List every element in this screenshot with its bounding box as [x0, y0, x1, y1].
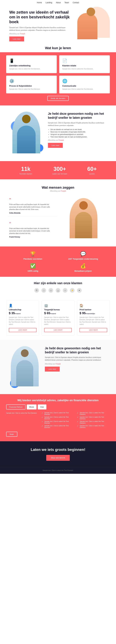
- learn-text-1: Sample text. Click to select the Text El…: [62, 68, 107, 70]
- check-icon-1: ✓: [42, 416, 43, 418]
- services-tab-0[interactable]: Financieel Beheer: [6, 404, 26, 410]
- grow2-button[interactable]: Lees meer: [45, 366, 60, 372]
- grow-bullet-3: Trek meer klanten aan en laat uw bedrijf…: [50, 136, 107, 138]
- pricing-name-1: Toegewijd bureau: [44, 309, 72, 311]
- pricing-name-2: Privé kantoor: [80, 309, 107, 311]
- grow2-heading: Je hebt deze gewoonten nodig om het bedr…: [45, 346, 107, 354]
- service-item-text-4: Sample text. Click to select the Text El…: [80, 412, 110, 415]
- features-section: 🏆 Flexibele voordelen 💬 24/7 Toegewijde …: [0, 246, 116, 277]
- client-logo-0: ©: [34, 288, 39, 293]
- feature-icon-0: 🏆: [30, 251, 36, 256]
- hero-caption: Afbeelding van Freepik: [9, 33, 71, 35]
- feature-0: 🏆 Flexibele voordelen: [9, 251, 56, 260]
- feature-title-1: 24/7 Toegewijde ondersteuning: [68, 258, 98, 260]
- learn-text-0: Sample text. Click to select the Text El…: [9, 68, 54, 70]
- stat-label-2: Landen: [87, 173, 97, 175]
- stat-number-2: 60+: [87, 166, 97, 172]
- cta-button[interactable]: Stuur een bericht: [46, 455, 70, 461]
- pricing-card-1: 🏢 Toegewijd bureau $ 65/maand Sample tex…: [42, 300, 74, 335]
- learn-text-3: Sample text. Click to select the Text El…: [62, 88, 107, 90]
- client-logo-1: □: [42, 288, 46, 293]
- footer: Sample text. Click to select the Text El…: [0, 467, 116, 474]
- testimonials-caption: Afbeelding van Freepik: [8, 190, 108, 192]
- pricing-desc-2: Sample text. Click to select the Text El…: [80, 316, 107, 326]
- service-item-7: ✓ Sample text. Click to select the Text …: [77, 425, 110, 428]
- learn-section: Wat kun je leren 📱 Zakelijke ontwikkelin…: [0, 42, 116, 106]
- pricing-card-0: 👤 Lidmaatschap $ 35/maand Sample text. C…: [6, 300, 39, 335]
- feature-title-2: 100% veilig: [28, 270, 38, 272]
- client-logo-3: △: [56, 288, 60, 293]
- feature-1: 💬 24/7 Toegewijde ondersteuning: [60, 251, 107, 260]
- learn-title-1: Klanten relatie: [62, 64, 107, 67]
- check-icon-4: ✓: [77, 412, 78, 414]
- nav-landing[interactable]: Landing: [46, 2, 52, 4]
- stat-number-1: 300+: [52, 166, 67, 172]
- testimonial-0: " Proin sed libero enim sed faucibus tur…: [8, 195, 57, 216]
- learn-title-0: Zakelijke ontwikkeling: [9, 64, 54, 67]
- learn-card-1: 📄 Klanten relatie Sample text. Click to …: [59, 55, 110, 73]
- service-item-5: ✓ Sample text. Click to select the Text …: [77, 416, 110, 420]
- service-item-text-6: Sample text. Click to select the Text El…: [80, 420, 110, 424]
- service-item-text-0: Sample text. Click to select the Text El…: [44, 412, 74, 415]
- services-section: Wij bieden wereldwijd advies, zakelijke …: [0, 394, 116, 441]
- service-item-1: ✓ Sample text. Click to select the Text …: [42, 416, 74, 420]
- pricing-price-1: $ 65/maand: [44, 312, 72, 315]
- service-item-text-2: Sample text. Click to select the Text El…: [44, 420, 74, 424]
- nav-team[interactable]: Team: [64, 2, 69, 4]
- service-item-text-7: Sample text. Click to select the Text El…: [80, 425, 110, 428]
- quote-icon-0: ": [9, 198, 56, 202]
- stat-number-0: 11k: [19, 166, 32, 172]
- grow2-section: Je hebt deze gewoonten nodig om het bedr…: [0, 340, 116, 394]
- pricing-desc-0: Sample text. Click to select the Text El…: [9, 316, 36, 326]
- stat-1: 300+ Laden van het team: [52, 166, 67, 175]
- pricing-card-2: 🏠 Privé kantoor $ 95/maandelijks Sample …: [77, 300, 110, 335]
- feature-title-3: Betaalbare prijzen: [74, 270, 92, 272]
- quote-icon-1: ": [9, 222, 56, 226]
- check-icon-5: ✓: [77, 416, 78, 418]
- services-tab-2[interactable]: Visie: [38, 404, 46, 410]
- feature-3: 💰 Betaalbare prijzen: [60, 263, 107, 272]
- hero-cta-button[interactable]: Lees meer: [9, 36, 24, 42]
- check-icon-0: ✓: [42, 412, 43, 414]
- grow-image: [9, 112, 43, 155]
- testimonial-1: " Proin sed libero enim sed faucibus tur…: [8, 219, 57, 240]
- learn-icon-0: 📱: [9, 58, 54, 63]
- check-icon-2: ✓: [42, 420, 43, 423]
- pricing-button-2[interactable]: LEES MEER: [80, 328, 107, 332]
- stat-label-1: Laden van het team: [52, 173, 67, 175]
- nav-home[interactable]: Home: [37, 2, 42, 4]
- grow-bullets: Zet uw ideeën en verhaal om in een boek.…: [50, 128, 107, 138]
- check-icon-3: ✓: [42, 425, 43, 427]
- learn-title-3: Communicatie: [62, 85, 107, 87]
- services-heading: Wij bieden wereldwijd advies, zakelijke …: [6, 399, 110, 402]
- stat-0: 11k Tevreden klanten: [19, 166, 32, 175]
- grow2-body: Sample text. Click to Egestas aliquet fr…: [45, 356, 107, 362]
- testimonial-text-1: Proin sed libero enim sed faucibus turpi…: [9, 227, 56, 235]
- clients-logos: © □ ◇ △ ☆ ⚡ ✦: [9, 288, 107, 293]
- nav-about[interactable]: About: [56, 2, 61, 4]
- learn-icon-1: 📄: [62, 58, 107, 63]
- hero-section: We zetten uw ideeën of verhaal om in een…: [0, 5, 116, 42]
- feature-icon-3: 💰: [80, 263, 86, 268]
- services-button[interactable]: Begin: [6, 432, 17, 437]
- grow2-text: Je hebt deze gewoonten nodig om het bedr…: [45, 346, 107, 372]
- services-tab-1[interactable]: Missie: [27, 404, 36, 410]
- pricing-icon-0: 👤: [9, 304, 36, 308]
- learn-heading: Wat kun je leren: [6, 46, 110, 50]
- grow-button[interactable]: Lees meer: [48, 143, 63, 148]
- hero-heading: We zetten uw ideeën of verhaal om in een…: [9, 10, 71, 24]
- services-col1: Sample text. Click to select the Text El…: [6, 412, 39, 429]
- pricing-price-0: $ 35/maand: [9, 312, 36, 315]
- nav-contact[interactable]: Contact: [73, 2, 79, 4]
- client-logo-2: ◇: [48, 288, 53, 293]
- learn-card-3: 🌐 Communicatie Sample text. Click to sel…: [59, 76, 110, 94]
- services-col2: ✓ Sample text. Click to select the Text …: [42, 412, 74, 429]
- client-logo-6: ✦: [77, 288, 82, 293]
- grow-heading: Je hebt deze gewoonten nodig om het bedr…: [48, 112, 107, 120]
- stat-2: 60+ Landen: [87, 166, 97, 175]
- pricing-name-0: Lidmaatschap: [9, 309, 36, 311]
- feature-icon-1: 💬: [80, 251, 86, 256]
- pricing-button-1[interactable]: LEES MEER: [44, 328, 72, 332]
- pricing-button-0[interactable]: LEES MEER: [9, 328, 36, 332]
- learn-all-button[interactable]: Bekijk alle diensten: [47, 96, 69, 101]
